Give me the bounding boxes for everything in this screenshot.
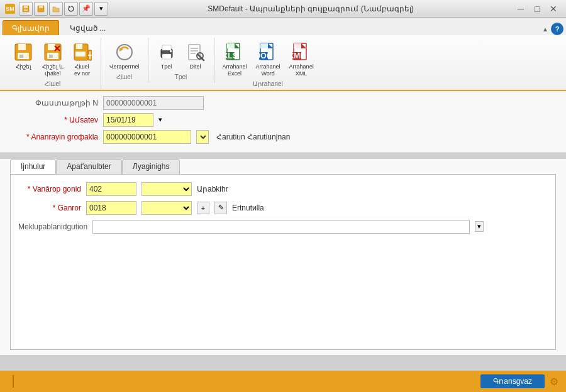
svg-rect-25: [162, 45, 171, 50]
preview-label: Ditel: [190, 63, 201, 70]
tab-entries[interactable]: Ijnhulur: [10, 159, 56, 174]
export-word-label: ArrahanelWord: [256, 63, 280, 77]
order-row: Ananrayin grофakla Հarutiun Հarutiunjnan: [10, 130, 556, 144]
reload-btn[interactable]: Վeraperrnel: [106, 40, 143, 72]
collapse-ribbon-btn[interactable]: ▲: [542, 26, 548, 33]
order-text: Հarutiun Հarutiunjnan: [216, 133, 290, 141]
save-icon: [13, 42, 33, 62]
quickaccess-dropdown-btn[interactable]: ▾: [94, 2, 108, 16]
export-xml-btn[interactable]: XML ArrahanelXML: [286, 40, 317, 79]
help-btn[interactable]: ?: [551, 23, 563, 35]
save-close-label: Հիշել ևփakel: [42, 63, 64, 77]
save-close-btn[interactable]: Հիշել ևփakel: [39, 40, 67, 79]
tab-panel: Vanārop gonid Արabkihr Ganror + ✎ Ertnut…: [10, 174, 556, 350]
print-label: Тpel: [161, 63, 172, 70]
svg-rect-34: [227, 43, 235, 48]
export-group-label: Արrahanel: [253, 80, 282, 89]
account-select[interactable]: [142, 182, 192, 196]
save-btn[interactable]: Հիշել: [10, 40, 36, 72]
svg-text:DOC: DOC: [259, 52, 272, 60]
minimize-btn[interactable]: ─: [513, 3, 528, 14]
svg-rect-42: [294, 43, 301, 48]
ribbon-bar: Հիշել Հիշել ևփakel Հiшelev nor Հiшel: [0, 35, 566, 91]
content-tabs: Ijnhulur Apat'anulbter Луaginighs: [10, 159, 556, 174]
tab-products[interactable]: Apat'anulbter: [56, 159, 121, 174]
print-btn[interactable]: Тpel: [153, 40, 180, 72]
save-new-btn[interactable]: Հiшelev nor: [69, 40, 96, 79]
form-area: Փաստաթղթի N Ամsatev ▾ Ananrayin grофakla…: [0, 91, 566, 153]
branch-select[interactable]: [142, 201, 192, 215]
branch-label: Ganror: [18, 204, 81, 212]
tab-main[interactable]: Գլխավոր: [3, 20, 59, 35]
ribbon-group-print: Тpel Ditel Тpel: [148, 38, 214, 83]
export-xml-icon: XML: [291, 42, 311, 62]
svg-rect-9: [19, 55, 23, 58]
ribbon-group-save: Հիշել Հիշել ևփakel Հiшelev nor Հiшel: [5, 38, 101, 90]
svg-rect-7: [18, 44, 26, 50]
svg-text:XLS: XLS: [226, 52, 238, 60]
svg-rect-38: [260, 43, 268, 48]
export-excel-btn[interactable]: XLS ArrahanelExcel: [219, 40, 250, 79]
tab-more[interactable]: Կցված ...: [60, 20, 115, 35]
memo-label: Мeklupablanidgution: [18, 222, 87, 231]
svg-rect-27: [170, 50, 172, 52]
maximize-btn[interactable]: □: [530, 3, 545, 14]
branch-add-btn[interactable]: +: [197, 202, 209, 214]
svg-rect-28: [189, 45, 200, 60]
export-xml-label: ArrahanelXML: [289, 63, 314, 77]
ribbon-tab-bar: Գլխավոր Կցված ... ▲ ?: [0, 18, 566, 35]
close-btn[interactable]: ✕: [546, 3, 561, 14]
account-label: Vanārop gonid: [18, 185, 81, 193]
branch-text: Ertnutиlla: [232, 204, 264, 212]
quickaccess-refresh-btn[interactable]: [64, 2, 78, 16]
save-group-label: Հiшel: [45, 80, 60, 89]
tab-settings[interactable]: Луaginighs: [122, 159, 180, 174]
quickaccess-save-btn[interactable]: [19, 2, 33, 16]
memo-row: Мeklupablanidgution ▾: [18, 220, 548, 234]
svg-rect-18: [75, 52, 86, 57]
bottom-settings-icon[interactable]: ⚙: [550, 376, 558, 388]
submit-btn[interactable]: Գոansgvaz: [480, 374, 545, 388]
export-word-icon: DOC: [258, 42, 278, 62]
date-dropdown-btn[interactable]: ▾: [158, 116, 162, 124]
svg-text:XML: XML: [292, 52, 305, 60]
bottom-bar: Գոansgvaz ⚙: [0, 371, 566, 392]
doc-number-row: Փաստաթղթի N: [10, 96, 556, 110]
account-text: Արabkihr: [197, 185, 228, 193]
memo-dropdown-btn[interactable]: ▾: [475, 221, 484, 232]
order-input[interactable]: [103, 130, 191, 144]
svg-rect-1: [24, 6, 28, 8]
svg-rect-26: [162, 54, 171, 59]
date-row: Ամsatev ▾: [10, 113, 556, 127]
preview-btn[interactable]: Ditel: [182, 40, 209, 72]
svg-rect-2: [24, 9, 28, 11]
save-new-label: Հiшelev nor: [74, 63, 90, 77]
save-label: Հիշել: [16, 63, 31, 70]
branch-edit-btn[interactable]: ✎: [214, 202, 227, 214]
title-bar: SM 📌 ▾ SMDefault - Ապրանքների գույքագրու…: [0, 0, 566, 18]
svg-rect-17: [76, 44, 82, 49]
svg-rect-4: [39, 6, 43, 8]
reload-label: Վeraperrnel: [109, 63, 140, 70]
print-group-label: Тpel: [175, 74, 187, 82]
export-word-btn[interactable]: DOC ArrahanelWord: [253, 40, 284, 79]
status-area: [8, 375, 475, 388]
date-input[interactable]: [103, 113, 153, 127]
quickaccess-folder-btn[interactable]: [49, 2, 63, 16]
quickaccess-save2-btn[interactable]: [34, 2, 48, 16]
save-close-icon: [43, 42, 63, 62]
branch-row: Ganror + ✎ Ertnutиlla: [18, 201, 548, 215]
main-content: Ijnhulur Apat'anulbter Луaginighs Vanāro…: [0, 159, 566, 355]
doc-number-input: [103, 96, 204, 110]
memo-input[interactable]: [92, 220, 470, 234]
account-input[interactable]: [86, 182, 136, 196]
account-row: Vanārop gonid Արabkihr: [18, 182, 548, 196]
status-divider: [13, 375, 14, 388]
quick-access-toolbar: 📌 ▾: [19, 2, 108, 16]
order-dropdown[interactable]: [196, 130, 209, 144]
export-excel-icon: XLS: [225, 42, 245, 62]
quickaccess-pin-btn[interactable]: 📌: [79, 2, 93, 16]
branch-input[interactable]: [86, 201, 136, 215]
svg-marker-5: [69, 6, 71, 8]
app-icon: SM: [5, 4, 15, 14]
